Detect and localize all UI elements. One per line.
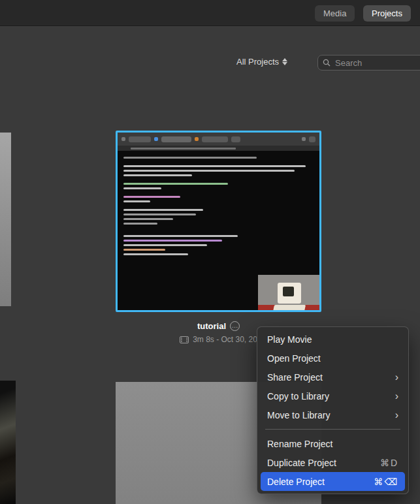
chevron-right-icon: ›	[390, 410, 398, 420]
menu-item-play-movie[interactable]: Play Movie	[261, 330, 405, 349]
thumbnail-code-content	[118, 151, 319, 312]
all-projects-label: All Projects	[236, 57, 279, 67]
shortcut-delete: ⌘⌫	[368, 477, 398, 487]
thumbnail-url-bar	[118, 146, 319, 151]
menu-item-move-to-library[interactable]: Move to Library ›	[261, 405, 405, 424]
search-icon	[323, 59, 331, 67]
menu-item-duplicate-project[interactable]: Duplicate Project ⌘D	[261, 453, 405, 472]
project-thumbnail-partial-left[interactable]	[0, 133, 11, 306]
project-thumbnail-tutorial[interactable]	[116, 131, 321, 312]
project-duration-date: 3m 8s - Oct 30, 20	[193, 335, 257, 344]
menu-item-delete-project[interactable]: Delete Project ⌘⌫	[261, 472, 405, 491]
project-options-button[interactable]: …	[230, 321, 240, 331]
tab-projects[interactable]: Projects	[363, 5, 411, 22]
menu-item-rename-project[interactable]: Rename Project	[261, 434, 405, 453]
tab-media[interactable]: Media	[315, 5, 355, 22]
project-thumbnail-partial-bottom-left[interactable]	[0, 381, 16, 504]
menu-separator	[265, 429, 400, 430]
menu-item-copy-to-library[interactable]: Copy to Library ›	[261, 386, 405, 405]
shortcut-duplicate: ⌘D	[375, 458, 398, 468]
thumbnail-browser-chrome	[118, 133, 319, 146]
chevron-right-icon: ›	[390, 391, 398, 402]
film-icon	[180, 336, 189, 343]
search-input[interactable]	[334, 57, 420, 69]
popup-arrows-icon	[282, 58, 287, 65]
project-context-menu: Play Movie Open Project Share Project › …	[257, 326, 409, 494]
project-title: tutorial	[197, 321, 226, 331]
search-field[interactable]	[317, 55, 420, 71]
window-toolbar: Media Projects	[0, 0, 420, 26]
menu-item-open-project[interactable]: Open Project	[261, 349, 405, 368]
chevron-right-icon: ›	[390, 372, 398, 383]
all-projects-dropdown[interactable]: All Projects	[236, 57, 287, 67]
menu-item-share-project[interactable]: Share Project ›	[261, 368, 405, 386]
thumbnail-photo-corner	[258, 275, 319, 312]
